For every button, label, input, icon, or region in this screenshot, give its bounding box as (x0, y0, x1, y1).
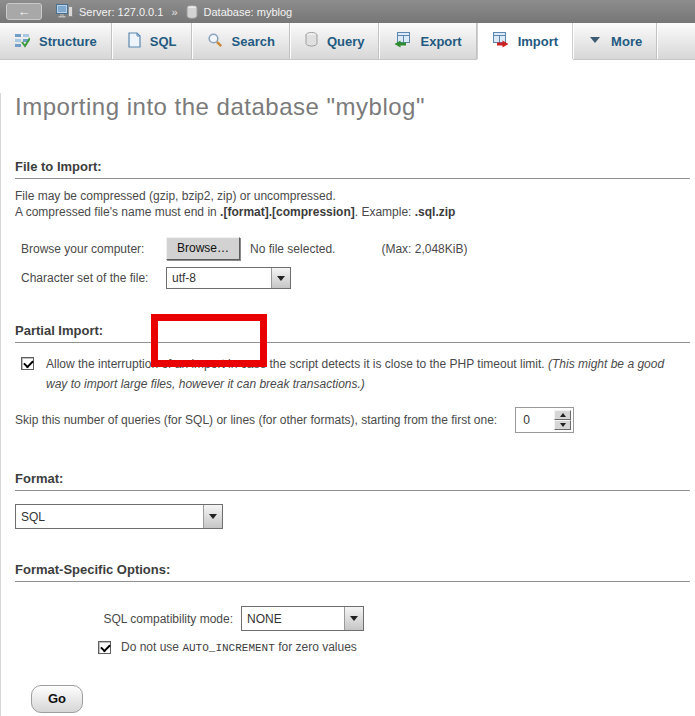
charset-select[interactable]: utf-8 (166, 267, 291, 289)
server-icon (56, 4, 73, 19)
browse-button[interactable]: Browse… (166, 237, 240, 260)
auto-increment-row: Do not use AUTO_INCREMENT for zero value… (98, 640, 695, 654)
tab-search-label: Search (232, 34, 275, 49)
interrupt-option-row: Allow the interruption of an import in c… (21, 354, 687, 394)
dropdown-arrow-icon (277, 276, 285, 281)
naming-info-prefix: A compressed file's name must end in (15, 205, 220, 219)
naming-example: .sql.zip (415, 205, 456, 219)
compat-dropdown-button[interactable] (344, 607, 363, 630)
auto-increment-label: Do not use AUTO_INCREMENT for zero value… (121, 640, 357, 654)
back-button[interactable]: ← (6, 3, 42, 20)
max-upload-size: (Max: 2,048KiB) (381, 242, 467, 256)
compression-info: File may be compressed (gzip, bzip2, zip… (15, 189, 336, 203)
browse-row: Browse your computer: Browse… No file se… (21, 237, 695, 260)
charset-dropdown-button[interactable] (271, 268, 290, 288)
tab-sql[interactable]: SQL (112, 23, 192, 59)
spinner-up-button[interactable] (554, 410, 571, 420)
sql-compatibility-select[interactable]: NONE (241, 606, 364, 631)
query-icon (305, 32, 318, 50)
tab-sql-label: SQL (150, 34, 177, 49)
breadcrumb-separator: » (171, 6, 177, 18)
tab-export[interactable]: Export (379, 23, 476, 59)
spinner-buttons (554, 410, 571, 430)
tab-more[interactable]: More (573, 23, 657, 59)
naming-format-pattern: .[format].[compression] (220, 205, 355, 219)
tab-import[interactable]: Import (477, 23, 573, 59)
section-title-format: Format: (15, 471, 695, 486)
section-title-format-specific-options: Format-Specific Options: (15, 562, 695, 577)
tab-search[interactable]: Search (192, 23, 290, 59)
search-icon (207, 32, 223, 51)
skip-queries-value: 0 (518, 410, 554, 430)
dropdown-arrow-icon (209, 514, 217, 519)
sql-icon (127, 32, 141, 51)
browse-label: Browse your computer: (21, 242, 166, 256)
tab-import-label: Import (518, 34, 558, 49)
tab-structure-label: Structure (39, 34, 97, 49)
structure-icon (14, 32, 30, 51)
section-title-partial-import: Partial Import: (15, 323, 695, 338)
skip-queries-label: Skip this number of queries (for SQL) or… (15, 413, 497, 427)
section-divider (15, 178, 690, 179)
tab-more-label: More (611, 34, 642, 49)
allow-interrupt-checkbox[interactable] (21, 357, 34, 370)
no-file-selected-text: No file selected. (250, 242, 335, 256)
go-button[interactable]: Go (31, 685, 83, 713)
breadcrumb-server[interactable]: Server: 127.0.0.1 (79, 6, 163, 18)
sql-compatibility-value: NONE (242, 607, 344, 630)
spinner-up-icon (560, 413, 566, 417)
auto-increment-checkbox[interactable] (98, 641, 111, 654)
tabbar-spacer (657, 23, 695, 59)
sql-compatibility-label: SQL compatibility mode: (96, 612, 241, 626)
spinner-down-icon (560, 423, 566, 427)
chevron-down-icon (588, 34, 602, 48)
tab-query[interactable]: Query (290, 23, 380, 59)
file-import-description: File may be compressed (gzip, bzip2, zip… (15, 188, 695, 220)
dropdown-arrow-icon (350, 616, 358, 621)
section-divider (15, 342, 690, 343)
format-dropdown-button[interactable] (203, 505, 222, 528)
tab-export-label: Export (420, 34, 461, 49)
back-arrow-icon: ← (18, 5, 31, 18)
section-divider (15, 581, 690, 582)
format-selected-value: SQL (16, 505, 203, 528)
spinner-down-button[interactable] (554, 420, 571, 430)
sql-compatibility-row: SQL compatibility mode: NONE (96, 606, 695, 631)
section-title-file-to-import: File to Import: (15, 159, 695, 174)
breadcrumb-database[interactable]: Database: myblog (204, 6, 293, 18)
charset-label: Character set of the file: (21, 271, 166, 285)
skip-queries-input[interactable]: 0 (515, 407, 574, 433)
breadcrumb-bar: ← Server: 127.0.0.1 » Database: myblog (0, 0, 695, 23)
export-icon (394, 31, 411, 51)
import-page: Importing into the database "myblog" Fil… (0, 93, 695, 716)
naming-info-mid: . Example: (355, 205, 415, 219)
page-title: Importing into the database "myblog" (15, 93, 695, 121)
format-select[interactable]: SQL (15, 504, 223, 529)
tab-query-label: Query (327, 34, 365, 49)
tab-structure[interactable]: Structure (0, 23, 112, 59)
database-icon (186, 5, 198, 19)
section-divider (15, 490, 690, 491)
charset-selected-value: utf-8 (167, 268, 271, 288)
charset-row: Character set of the file: utf-8 (21, 267, 695, 289)
tab-bar: Structure SQL Search Query Export Import (0, 23, 695, 60)
interrupt-option-text: Allow the interruption of an import in c… (46, 354, 687, 394)
import-icon (492, 31, 509, 51)
skip-queries-row: Skip this number of queries (for SQL) or… (15, 407, 695, 433)
auto-increment-code: AUTO_INCREMENT (182, 642, 274, 654)
